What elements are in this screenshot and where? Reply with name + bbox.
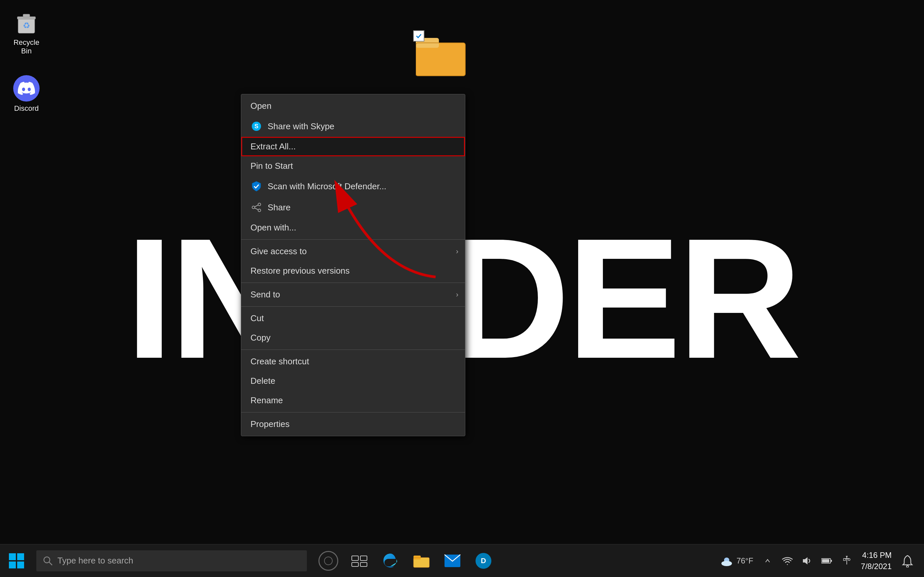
context-menu-open-with[interactable]: Open with... xyxy=(241,218,465,237)
delete-label: Delete xyxy=(250,376,275,386)
dell-icon: D xyxy=(475,552,492,569)
checkbox-indicator xyxy=(413,30,424,42)
svg-marker-34 xyxy=(803,557,808,564)
pin-start-label: Pin to Start xyxy=(250,161,293,171)
clock[interactable]: 4:16 PM 7/8/2021 xyxy=(858,550,895,572)
folder-icon-area[interactable] xyxy=(416,33,475,92)
recycle-bin-label: Recycle Bin xyxy=(9,38,44,55)
recycle-bin-svg: ♻ xyxy=(13,9,40,35)
cut-label: Cut xyxy=(250,313,264,324)
taskbar-center-icons: D xyxy=(313,546,498,576)
search-placeholder: Type here to search xyxy=(57,556,133,566)
search-icon xyxy=(43,556,53,566)
taskbar-search[interactable]: Type here to search xyxy=(36,550,307,571)
cortana-icon xyxy=(318,551,338,571)
svg-point-19 xyxy=(44,557,50,563)
svg-rect-23 xyxy=(360,556,367,561)
separator-1 xyxy=(241,239,465,240)
send-to-label: Send to xyxy=(250,290,280,300)
svg-rect-2 xyxy=(23,14,30,17)
dell-button[interactable]: D xyxy=(468,546,498,576)
context-menu-create-shortcut[interactable]: Create shortcut xyxy=(241,352,465,371)
notification-icon xyxy=(901,554,913,567)
mail-button[interactable] xyxy=(438,546,467,576)
task-view-icon xyxy=(351,554,368,567)
discord-circle xyxy=(13,75,40,102)
svg-point-43 xyxy=(906,566,908,567)
start-button[interactable] xyxy=(0,544,33,577)
folder-wrapper xyxy=(416,33,475,81)
context-menu-copy[interactable]: Copy xyxy=(241,328,465,348)
cortana-button[interactable] xyxy=(313,546,343,576)
context-menu-pin-start[interactable]: Pin to Start xyxy=(241,156,465,176)
svg-rect-16 xyxy=(17,553,24,560)
skype-icon: S xyxy=(250,120,262,132)
context-menu-extract-all[interactable]: Extract All... xyxy=(241,137,465,156)
context-menu-restore-versions[interactable]: Restore previous versions xyxy=(241,261,465,280)
recycle-bin-icon[interactable]: ♻ Recycle Bin xyxy=(6,6,46,58)
scan-defender-label: Scan with Microsoft Defender... xyxy=(268,181,386,192)
svg-rect-18 xyxy=(17,561,24,569)
context-menu-scan-defender[interactable]: Scan with Microsoft Defender... xyxy=(241,176,465,197)
separator-2 xyxy=(241,282,465,283)
svg-rect-22 xyxy=(352,556,359,561)
context-menu-open[interactable]: Open xyxy=(241,96,465,116)
windows-logo-icon xyxy=(8,553,25,569)
restore-versions-label: Restore previous versions xyxy=(250,266,350,276)
defender-icon xyxy=(250,181,262,192)
context-menu-properties[interactable]: Properties xyxy=(241,414,465,434)
mail-icon xyxy=(444,554,461,568)
discord-icon[interactable]: Discord xyxy=(6,73,46,115)
context-menu-send-to[interactable]: Send to › xyxy=(241,285,465,304)
discord-svg xyxy=(18,82,35,95)
svg-point-33 xyxy=(721,561,732,566)
svg-line-12 xyxy=(255,205,258,207)
open-with-label: Open with... xyxy=(250,222,296,233)
separator-5 xyxy=(241,412,465,413)
context-menu: Open S Share with Skype Extract All... P… xyxy=(241,94,465,436)
context-menu-share[interactable]: Share xyxy=(241,197,465,218)
network-icon[interactable] xyxy=(779,553,796,569)
give-access-label: Give access to xyxy=(250,246,307,256)
notification-button[interactable] xyxy=(898,548,918,574)
context-menu-cut[interactable]: Cut xyxy=(241,309,465,328)
svg-rect-24 xyxy=(352,562,359,566)
chevron-up-tray[interactable] xyxy=(759,553,776,569)
edge-button[interactable] xyxy=(376,546,405,576)
svg-text:D: D xyxy=(481,556,486,565)
svg-point-9 xyxy=(258,203,261,206)
context-menu-rename[interactable]: Rename xyxy=(241,391,465,410)
context-menu-give-access[interactable]: Give access to › xyxy=(241,242,465,261)
svg-point-21 xyxy=(325,557,332,565)
file-explorer-button[interactable] xyxy=(407,546,436,576)
separator-4 xyxy=(241,350,465,350)
clock-date: 7/8/2021 xyxy=(861,561,892,572)
weather-widget[interactable]: 76°F xyxy=(716,554,757,567)
weather-temp: 76°F xyxy=(737,556,753,566)
open-label: Open xyxy=(250,101,271,111)
battery-icon[interactable] xyxy=(819,553,835,569)
task-view-button[interactable] xyxy=(344,546,374,576)
checkmark-icon xyxy=(415,33,422,39)
share-label: Share xyxy=(268,202,291,213)
share-skype-label: Share with Skype xyxy=(268,121,334,132)
svg-line-20 xyxy=(49,562,52,565)
context-menu-share-skype[interactable]: S Share with Skype xyxy=(241,116,465,137)
svg-rect-36 xyxy=(830,560,832,562)
svg-text:♻: ♻ xyxy=(23,21,30,30)
usb-icon[interactable] xyxy=(838,553,855,569)
svg-rect-25 xyxy=(360,562,367,566)
volume-icon[interactable] xyxy=(799,553,816,569)
file-explorer-icon xyxy=(413,553,430,569)
copy-label: Copy xyxy=(250,333,271,343)
properties-label: Properties xyxy=(250,419,290,429)
context-menu-delete[interactable]: Delete xyxy=(241,371,465,391)
svg-point-10 xyxy=(252,206,255,209)
taskbar: Type here to search xyxy=(0,544,924,577)
send-to-arrow: › xyxy=(456,290,458,299)
clock-time: 4:16 PM xyxy=(861,550,892,561)
svg-text:S: S xyxy=(254,123,258,130)
weather-icon xyxy=(719,554,734,567)
svg-rect-37 xyxy=(822,559,829,562)
rename-label: Rename xyxy=(250,395,283,406)
